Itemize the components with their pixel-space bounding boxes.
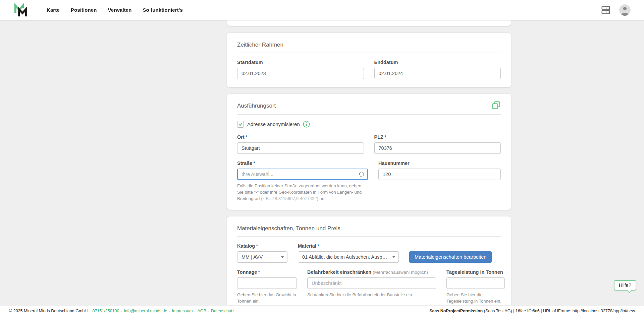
nav-item-karte[interactable]: Karte [47, 7, 60, 13]
app-footer: © 2025 Mineral Minds Deutschland GmbH · … [0, 305, 644, 316]
field-ort: Ort* [237, 134, 364, 154]
copy-icon[interactable] [491, 101, 501, 110]
section-title: Materialeigenschaften, Tonnen und Preis [237, 225, 340, 232]
katalog-select[interactable]: MM | AVV [237, 251, 287, 263]
strasse-hint: Falls die Position keiner Straße zugeord… [237, 183, 368, 202]
tagesleistung-label: Tagesleistung in Tonnen [446, 269, 505, 275]
tonnage-hint: Geben Sie hier das Gewicht in Tonnen ein… [237, 292, 297, 304]
enddatum-input[interactable] [374, 68, 501, 79]
strasse-label: Straße* [237, 161, 368, 166]
footer-link-impressum[interactable]: Impressum [172, 309, 193, 313]
plz-input[interactable] [374, 142, 501, 154]
material-select[interactable]: 01 Abfälle, die beim Aufsuchen, Ausbeute… [298, 251, 399, 263]
speech-bubble-tail [627, 288, 632, 293]
field-enddatum: Enddatum [374, 60, 501, 79]
ort-input[interactable] [237, 142, 364, 154]
help-button[interactable]: Hilfe? [614, 280, 636, 291]
field-plz: PLZ* [374, 134, 501, 154]
katalog-label: Katalog* [237, 243, 287, 249]
material-label: Material* [298, 243, 399, 249]
footer-legal: © 2025 Mineral Minds Deutschland GmbH · … [9, 309, 234, 313]
footer-link-datenschutz[interactable]: Datenschutz [211, 309, 234, 313]
required-asterisk: * [246, 134, 248, 140]
befahrbarkeit-hint: Schränken Sie hier die Befahrbarkeit der… [307, 292, 436, 298]
edit-material-properties-button[interactable]: Materialeigenschaften bearbeiten [409, 251, 492, 263]
enddatum-label: Enddatum [374, 60, 501, 65]
required-asterisk: * [258, 269, 260, 275]
tonnage-input[interactable] [237, 277, 297, 289]
field-tagesleistung: Tagesleistung in Tonnen Geben Sie hier d… [446, 269, 505, 304]
field-hausnummer: Hausnummer [378, 161, 501, 202]
footer-link-agb[interactable]: AGB [198, 309, 206, 313]
field-katalog: Katalog* MM | AVV [237, 243, 287, 263]
section-material: Materialeigenschaften, Tonnen und Preis … [227, 216, 511, 316]
section-zeitlicher-rahmen: Zeitlicher Rahmen Startdatum Enddatum [227, 33, 511, 87]
user-avatar-icon[interactable] [619, 4, 631, 16]
ort-label: Ort* [237, 134, 364, 140]
section-ausfuehrungsort: Ausführungsort Adresse anonymisieren [227, 94, 511, 210]
nav-item-so-funktionierts[interactable]: So funktioniert's [143, 7, 182, 13]
field-strasse: Straße* Falls die Position keiner Straße… [237, 161, 368, 202]
hausnummer-input[interactable] [378, 169, 501, 180]
required-asterisk: * [384, 134, 386, 140]
chevron-down-icon [281, 256, 284, 258]
anonymize-address-row: Adresse anonymisieren [237, 121, 501, 128]
mineral-minds-logo[interactable] [14, 3, 28, 17]
footer-session-info: Saas NoProjectPermission (Saas Test AG) … [429, 309, 635, 313]
plz-label: PLZ* [374, 134, 501, 140]
form-column: Zeitlicher Rahmen Startdatum Enddatum Au… [227, 20, 511, 316]
startdatum-input[interactable] [237, 68, 364, 79]
section-title: Ausführungsort [237, 102, 276, 109]
info-icon[interactable] [303, 121, 310, 128]
tagesleistung-input[interactable] [446, 277, 505, 289]
field-startdatum: Startdatum [237, 60, 364, 79]
required-asterisk: * [256, 243, 258, 249]
loading-spinner-icon [359, 171, 365, 177]
nav-item-positionen[interactable]: Positionen [71, 7, 97, 13]
checkmark-icon [238, 122, 243, 127]
strasse-input[interactable] [237, 169, 368, 180]
section-title: Zeitlicher Rahmen [237, 41, 283, 48]
anonymize-address-checkbox[interactable] [237, 121, 244, 128]
nav-item-verwalten[interactable]: Verwalten [108, 7, 132, 13]
tonnage-label: Tonnage* [237, 269, 297, 275]
copyright-text: © 2025 Mineral Minds Deutschland GmbH [9, 309, 88, 313]
app-header: Karte Positionen Verwalten So funktionie… [0, 0, 644, 20]
required-asterisk: * [253, 161, 255, 166]
startdatum-label: Startdatum [237, 60, 364, 65]
required-asterisk: * [317, 243, 319, 249]
chevron-down-icon [392, 256, 395, 258]
dns-icon[interactable] [600, 5, 611, 15]
field-tonnage: Tonnage* Geben Sie hier das Gewicht in T… [237, 269, 297, 304]
previous-section-card-bottom [227, 20, 511, 26]
befahrbarkeit-label: Befahrbarkeit einschränken (Mehrfachausw… [307, 269, 436, 275]
anonymize-address-label: Adresse anonymisieren [247, 121, 300, 127]
field-material: Material* 01 Abfälle, die beim Aufsuchen… [298, 243, 399, 263]
footer-link-phone[interactable]: 07151/250100 [93, 309, 119, 313]
main-nav: Karte Positionen Verwalten So funktionie… [47, 7, 183, 13]
hausnummer-label: Hausnummer [378, 161, 501, 166]
header-actions [600, 4, 631, 16]
tagesleistung-hint: Geben Sie hier die Tagesleistung in Tonn… [446, 292, 505, 304]
footer-link-email[interactable]: info@mineral-minds.de [124, 309, 167, 313]
field-befahrbarkeit: Befahrbarkeit einschränken (Mehrfachausw… [307, 269, 436, 304]
befahrbarkeit-input[interactable] [307, 277, 436, 289]
